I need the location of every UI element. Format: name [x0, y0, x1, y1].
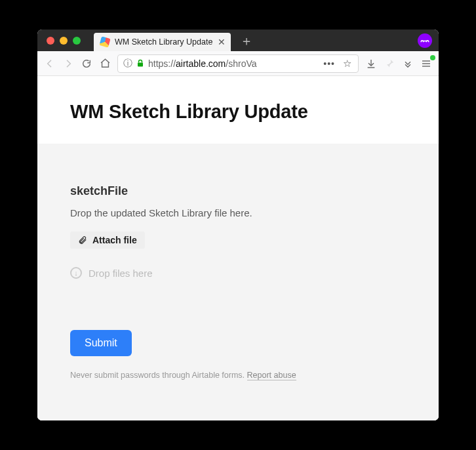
- file-dropzone[interactable]: ↓ Drop files here: [70, 267, 406, 279]
- dropzone-text: Drop files here: [89, 268, 153, 279]
- field-label: sketchFile: [70, 184, 406, 198]
- report-abuse-link[interactable]: Report abuse: [247, 371, 296, 380]
- attach-file-label: Attach file: [92, 235, 137, 245]
- downloads-icon[interactable]: [365, 58, 377, 70]
- tab-title: WM Sketch Library Update: [115, 37, 212, 47]
- window-controls: [37, 37, 81, 45]
- nav-reload-button[interactable]: [81, 58, 92, 70]
- tab-close-button[interactable]: ✕: [218, 37, 226, 47]
- nav-home-button[interactable]: [99, 58, 111, 70]
- lock-icon: [136, 59, 144, 68]
- new-tab-button[interactable]: ＋: [237, 31, 256, 50]
- profile-avatar-icon[interactable]: [418, 33, 432, 48]
- browser-window: WM Sketch Library Update ✕ ＋ ⓘ: [37, 30, 439, 420]
- hamburger-menu-icon[interactable]: [420, 58, 432, 70]
- nav-forward-button[interactable]: [62, 58, 74, 70]
- url-toolbar: ⓘ https://airtable.com/shroVa ••• ☆: [37, 51, 439, 76]
- form-disclaimer: Never submit passwords through Airtable …: [70, 371, 406, 380]
- window-minimize-button[interactable]: [60, 37, 68, 45]
- svg-rect-0: [138, 63, 143, 67]
- download-circle-icon: ↓: [70, 267, 82, 279]
- update-indicator-icon: [430, 55, 435, 60]
- paperclip-icon: [78, 235, 87, 245]
- page-content: WM Sketch Library Update sketchFile Drop…: [37, 76, 439, 420]
- address-bar[interactable]: ⓘ https://airtable.com/shroVa ••• ☆: [117, 54, 359, 73]
- nav-back-button[interactable]: [44, 58, 56, 70]
- browser-tab[interactable]: WM Sketch Library Update ✕: [94, 33, 231, 51]
- form-header: WM Sketch Library Update: [37, 76, 439, 144]
- pin-icon[interactable]: [384, 58, 395, 70]
- airtable-favicon-icon: [99, 36, 110, 47]
- form-body: sketchFile Drop the updated Sketch Libra…: [37, 144, 439, 420]
- overflow-icon[interactable]: [402, 58, 414, 70]
- toolbar-right: [365, 58, 432, 70]
- form-title: WM Sketch Library Update: [70, 101, 406, 123]
- bookmark-star-icon[interactable]: ☆: [342, 58, 353, 70]
- submit-button[interactable]: Submit: [70, 330, 132, 356]
- site-info-icon[interactable]: ⓘ: [123, 58, 132, 70]
- field-description: Drop the updated Sketch Library file her…: [70, 207, 406, 218]
- window-zoom-button[interactable]: [73, 37, 81, 45]
- tab-bar: WM Sketch Library Update ✕ ＋: [37, 30, 439, 51]
- page-actions-icon[interactable]: •••: [321, 58, 338, 69]
- url-text: https://airtable.com/shroVa: [148, 58, 317, 69]
- window-close-button[interactable]: [47, 37, 54, 45]
- attach-file-button[interactable]: Attach file: [70, 232, 145, 249]
